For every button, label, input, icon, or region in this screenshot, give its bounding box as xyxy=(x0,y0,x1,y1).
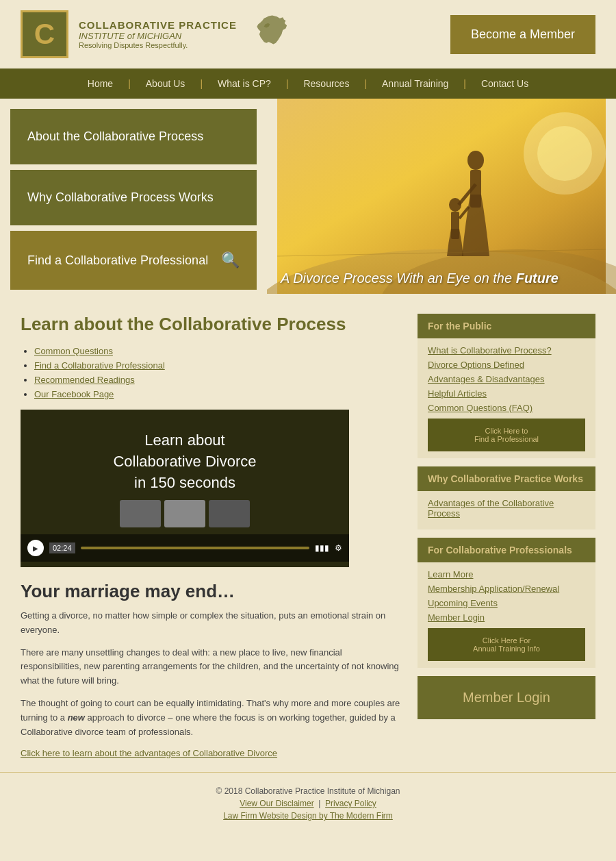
sidebar-link-divorce-options[interactable]: Divorce Options Defined xyxy=(428,360,585,370)
find-professional-label: Find a Collaborative Professional xyxy=(27,253,208,268)
find-professional-cta-top: Click Here to xyxy=(436,427,577,435)
svg-point-4 xyxy=(537,126,592,181)
learn-section-title: Learn about the Collaborative Process xyxy=(21,314,400,335)
why-collaborative-process-button[interactable]: Why Collaborative Process Works xyxy=(10,170,257,225)
nav-divider: | xyxy=(363,78,368,89)
video-thumb-1 xyxy=(120,500,161,527)
footer-design-link[interactable]: Law Firm Website Design by The Modern Fi… xyxy=(223,811,393,821)
marriage-para1: Getting a divorce, no matter how simple … xyxy=(21,609,400,638)
sidebar-link-common-questions-faq[interactable]: Common Questions (FAQ) xyxy=(428,403,585,413)
svg-point-8 xyxy=(449,198,461,212)
header: C COLLABORATIVE PRACTICE INSTITUTE of MI… xyxy=(0,0,616,68)
video-controls[interactable]: ▶ 02:24 ▮▮▮ ⚙ xyxy=(21,534,349,562)
hero-section: About the Collaborative Process Why Coll… xyxy=(0,99,616,300)
footer-privacy-link[interactable]: Privacy Policy xyxy=(325,799,376,808)
sidebar-link-what-is-cp[interactable]: What is Collaborative Process? xyxy=(428,345,585,355)
video-player[interactable]: Learn about Collaborative Divorce in 150… xyxy=(21,410,349,567)
footer-design: Law Firm Website Design by The Modern Fi… xyxy=(14,811,602,821)
find-collaborative-professional-button[interactable]: Find a Collaborative Professional 🔍 xyxy=(10,231,257,290)
logo-text: COLLABORATIVE PRACTICE INSTITUTE of MICH… xyxy=(79,19,237,49)
video-title: Learn about Collaborative Divorce in 150… xyxy=(21,410,349,493)
hero-image: A Divorce Process With an Eye on the Fut… xyxy=(267,99,616,300)
logo-c-letter: C xyxy=(21,10,68,58)
sidebar-public-header: For the Public xyxy=(418,314,595,338)
find-professional-cta-button[interactable]: Click Here to Find a Professional xyxy=(428,419,585,451)
footer: © 2018 Collaborative Practice Institute … xyxy=(0,772,616,837)
become-member-button[interactable]: Become a Member xyxy=(450,15,595,54)
sidebar-professionals-section: For Collaborative Professionals Learn Mo… xyxy=(418,538,595,668)
video-timecode: 02:24 xyxy=(49,542,75,553)
michigan-map-icon xyxy=(247,14,295,55)
link-common-questions[interactable]: Common Questions xyxy=(34,346,113,356)
link-recommended-readings[interactable]: Recommended Readings xyxy=(34,375,135,385)
sidebar-link-upcoming-events[interactable]: Upcoming Events xyxy=(428,598,585,608)
search-icon: 🔍 xyxy=(221,251,240,269)
sidebar-link-learn-more[interactable]: Learn More xyxy=(428,569,585,579)
logo-title-line1: COLLABORATIVE PRACTICE xyxy=(79,19,237,31)
nav-about-us[interactable]: About Us xyxy=(132,68,199,99)
main-navigation: Home | About Us | What is CP? | Resource… xyxy=(0,68,616,99)
video-thumb-2 xyxy=(164,500,205,527)
nav-divider: | xyxy=(127,78,132,89)
nav-divider: | xyxy=(462,78,467,89)
advantages-cta-link[interactable]: Click here to learn about the advantages… xyxy=(21,748,277,758)
sidebar-works-body: Advantages of the Collaborative Process xyxy=(418,491,595,529)
learn-links-list: Common Questions Find a Collaborative Pr… xyxy=(21,345,400,399)
video-thumbnails xyxy=(21,493,349,534)
marriage-section-title: Your marriage may end… xyxy=(21,581,400,602)
sidebar-link-advantages[interactable]: Advantages & Disadvantages xyxy=(428,374,585,384)
sidebar-professionals-body: Learn More Membership Application/Renewa… xyxy=(418,562,595,668)
sidebar-works-header: Why Collaborative Practice Works xyxy=(418,466,595,491)
sidebar-public-body: What is Collaborative Process? Divorce O… xyxy=(418,338,595,458)
sidebar-link-membership[interactable]: Membership Application/Renewal xyxy=(428,584,585,594)
hero-buttons-panel: About the Collaborative Process Why Coll… xyxy=(0,99,267,300)
nav-divider: | xyxy=(198,78,204,89)
annual-training-cta-top: Click Here For xyxy=(436,636,577,645)
svg-point-5 xyxy=(467,151,484,170)
find-professional-cta-bottom: Find a Professional xyxy=(436,435,577,443)
hero-photo xyxy=(267,99,616,294)
video-thumb-3 xyxy=(209,500,250,527)
hero-caption-bold: Future xyxy=(516,271,559,286)
sidebar-link-member-login[interactable]: Member Login xyxy=(428,612,585,623)
progress-bar[interactable] xyxy=(81,547,309,549)
annual-training-cta-bottom: Annual Training Info xyxy=(436,645,577,653)
logo-title-line2: INSTITUTE of MICHIGAN xyxy=(79,31,237,41)
sidebar-public-section: For the Public What is Collaborative Pro… xyxy=(418,314,595,458)
logo-tagline: Resolving Disputes Respectfully. xyxy=(79,41,237,49)
annual-training-cta-button[interactable]: Click Here For Annual Training Info xyxy=(428,628,585,661)
sidebar-works-section: Why Collaborative Practice Works Advanta… xyxy=(418,466,595,529)
nav-home[interactable]: Home xyxy=(74,68,127,99)
about-collaborative-process-button[interactable]: About the Collaborative Process xyxy=(10,109,257,164)
hero-caption-normal: A Divorce Process With an Eye on the xyxy=(281,271,512,286)
main-content: Learn about the Collaborative Process Co… xyxy=(0,300,616,772)
marriage-para3: The thought of going to court can be equ… xyxy=(21,697,400,739)
hero-caption: A Divorce Process With an Eye on the Fut… xyxy=(281,271,602,286)
footer-copyright: © 2018 Collaborative Practice Institute … xyxy=(14,786,602,796)
nav-resources[interactable]: Resources xyxy=(290,68,363,99)
link-find-professional[interactable]: Find a Collaborative Professional xyxy=(34,360,165,371)
content-area: Learn about the Collaborative Process Co… xyxy=(21,314,418,758)
nav-annual-training[interactable]: Annual Training xyxy=(368,68,462,99)
sidebar-professionals-header: For Collaborative Professionals xyxy=(418,538,595,562)
settings-icon[interactable]: ⚙ xyxy=(335,543,342,553)
link-facebook-page[interactable]: Our Facebook Page xyxy=(34,389,114,399)
nav-contact-us[interactable]: Contact Us xyxy=(467,68,542,99)
footer-disclaimer-link[interactable]: View Our Disclaimer xyxy=(240,799,313,808)
logo-area: C COLLABORATIVE PRACTICE INSTITUTE of MI… xyxy=(21,10,295,58)
sidebar: For the Public What is Collaborative Pro… xyxy=(418,314,595,758)
footer-links: View Our Disclaimer | Privacy Policy xyxy=(14,799,602,808)
volume-icon[interactable]: ▮▮▮ xyxy=(315,543,329,553)
member-login-button[interactable]: Member Login xyxy=(418,676,595,719)
nav-what-is-cp[interactable]: What is CP? xyxy=(204,68,285,99)
para3-italic: new xyxy=(68,712,85,723)
marriage-para2: There are many unsettling changes to dea… xyxy=(21,646,400,688)
sidebar-link-helpful-articles[interactable]: Helpful Articles xyxy=(428,388,585,399)
play-button[interactable]: ▶ xyxy=(27,540,44,556)
sidebar-link-advantages-process[interactable]: Advantages of the Collaborative Process xyxy=(428,498,585,519)
nav-divider: | xyxy=(285,78,290,89)
